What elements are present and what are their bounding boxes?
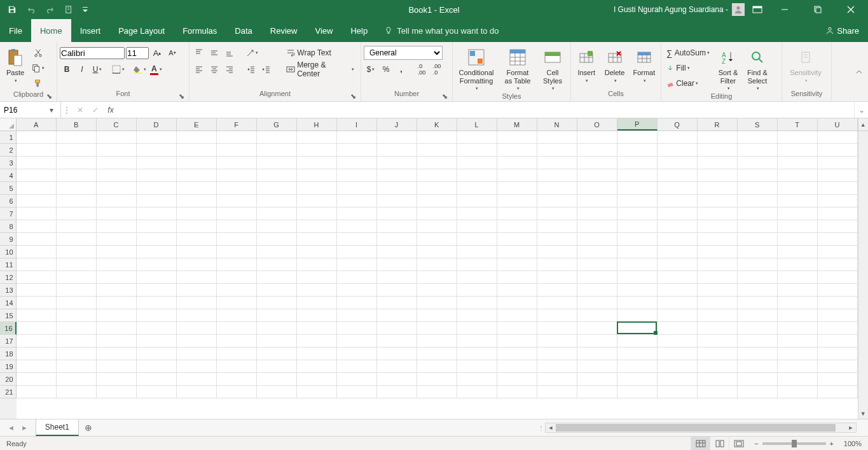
column-header[interactable]: E <box>177 118 217 130</box>
column-header[interactable]: M <box>497 118 537 130</box>
scroll-up-icon[interactable]: ▲ <box>858 118 868 130</box>
zoom-slider[interactable] <box>762 442 826 445</box>
column-header[interactable]: B <box>57 118 97 130</box>
row-header[interactable]: 2 <box>0 144 17 157</box>
scroll-down-icon[interactable]: ▼ <box>858 409 868 419</box>
align-bottom-button[interactable] <box>223 46 237 60</box>
column-header[interactable]: Q <box>658 118 698 130</box>
fill-button[interactable]: Fill▾ <box>664 61 692 75</box>
column-header[interactable]: D <box>137 118 177 130</box>
scroll-left-icon[interactable]: ◄ <box>546 425 556 431</box>
align-left-button[interactable] <box>192 62 206 76</box>
decrease-indent-button[interactable] <box>244 62 258 76</box>
decrease-font-button[interactable]: A▾ <box>165 46 179 60</box>
row-header[interactable]: 17 <box>0 335 17 348</box>
autosum-button[interactable]: ∑ AutoSum▾ <box>664 46 712 60</box>
find-select-button[interactable]: Find & Select▾ <box>744 46 771 92</box>
align-center-button[interactable] <box>207 62 221 76</box>
column-header[interactable]: N <box>537 118 577 130</box>
select-all-corner[interactable] <box>0 118 17 130</box>
row-header[interactable]: 9 <box>0 233 17 246</box>
conditional-formatting-button[interactable]: Conditional Formatting▾ <box>455 46 497 92</box>
row-header[interactable]: 14 <box>0 297 17 309</box>
name-box[interactable] <box>0 106 46 115</box>
row-header[interactable]: 18 <box>0 348 17 360</box>
scroll-right-icon[interactable]: ► <box>846 425 856 431</box>
align-right-button[interactable] <box>223 62 237 76</box>
cut-button[interactable] <box>31 46 45 60</box>
name-box-dropdown-icon[interactable]: ▾ <box>46 106 57 115</box>
tab-page-layout[interactable]: Page Layout <box>109 19 174 42</box>
row-header[interactable]: 5 <box>0 182 17 195</box>
align-middle-button[interactable] <box>207 46 221 60</box>
orientation-button[interactable]: ▾ <box>244 46 259 60</box>
row-header[interactable]: 11 <box>0 258 17 271</box>
view-page-layout-button[interactable] <box>710 437 729 451</box>
sort-filter-button[interactable]: AZ Sort & Filter▾ <box>715 46 741 92</box>
row-header[interactable]: 10 <box>0 246 17 258</box>
column-header[interactable]: S <box>738 118 778 130</box>
fill-color-button[interactable]: ▾ <box>132 62 148 76</box>
row-header[interactable]: 12 <box>0 271 17 284</box>
column-header[interactable]: F <box>217 118 257 130</box>
font-name-combo[interactable] <box>60 47 125 59</box>
column-header[interactable]: H <box>297 118 337 130</box>
row-header[interactable]: 7 <box>0 207 17 220</box>
zoom-level[interactable]: 100% <box>837 440 862 447</box>
row-header[interactable]: 13 <box>0 284 17 297</box>
row-header[interactable]: 19 <box>0 360 17 373</box>
increase-font-button[interactable]: A▴ <box>150 46 164 60</box>
maximize-button[interactable] <box>803 0 832 19</box>
view-normal-button[interactable] <box>691 437 710 451</box>
increase-indent-button[interactable] <box>259 62 273 76</box>
delete-cells-button[interactable]: Delete▾ <box>602 46 627 85</box>
percent-format-button[interactable]: % <box>379 62 393 76</box>
tab-insert[interactable]: Insert <box>71 19 110 42</box>
formula-input[interactable] <box>118 102 854 118</box>
sheet-nav-next-icon[interactable]: ► <box>21 424 28 432</box>
row-header[interactable]: 4 <box>0 169 17 182</box>
row-header[interactable]: 3 <box>0 157 17 169</box>
save-icon[interactable] <box>5 3 19 17</box>
column-header[interactable]: C <box>97 118 137 130</box>
clipboard-launcher-icon[interactable]: ⬊ <box>45 92 53 100</box>
qat-customize-icon[interactable] <box>81 3 89 17</box>
tell-me-search[interactable]: Tell me what you want to do <box>376 19 506 42</box>
touch-mode-icon[interactable] <box>62 3 76 17</box>
row-header[interactable]: 6 <box>0 195 17 207</box>
zoom-out-button[interactable]: − <box>754 440 758 447</box>
redo-icon[interactable] <box>43 3 57 17</box>
row-header[interactable]: 1 <box>0 131 17 144</box>
column-header[interactable]: P <box>617 118 658 130</box>
tab-home[interactable]: Home <box>31 19 71 42</box>
alignment-launcher-icon[interactable]: ⬊ <box>349 92 357 100</box>
new-sheet-button[interactable]: ⊕ <box>79 419 98 436</box>
account-name[interactable]: I Gusti Ngurah Agung Suardiana - <box>614 5 728 14</box>
font-color-button[interactable]: A▾ <box>149 62 163 76</box>
format-cells-button[interactable]: Format▾ <box>630 46 658 85</box>
hscroll-split-icon[interactable]: ⋮ <box>537 425 545 432</box>
tab-file[interactable]: File <box>0 19 31 42</box>
vertical-scrollbar[interactable]: ▼ <box>858 131 868 419</box>
share-button[interactable]: Share <box>816 19 868 42</box>
sheet-tab-sheet1[interactable]: Sheet1 <box>36 419 79 436</box>
tab-data[interactable]: Data <box>226 19 261 42</box>
row-header[interactable]: 8 <box>0 220 17 233</box>
column-header[interactable]: A <box>17 118 57 130</box>
view-page-break-button[interactable] <box>729 437 748 451</box>
number-launcher-icon[interactable]: ⬊ <box>441 92 448 100</box>
row-header[interactable]: 16 <box>0 322 17 335</box>
decrease-decimal-button[interactable]: .00.0 <box>430 62 444 76</box>
column-header[interactable]: T <box>778 118 818 130</box>
zoom-in-button[interactable]: + <box>830 440 834 447</box>
bold-button[interactable]: B <box>60 62 74 76</box>
horizontal-scrollbar[interactable]: ◄ ► <box>545 423 857 433</box>
row-header[interactable]: 21 <box>0 386 17 398</box>
column-header[interactable]: R <box>698 118 738 130</box>
row-header[interactable]: 20 <box>0 373 17 386</box>
undo-icon[interactable] <box>24 3 38 17</box>
italic-button[interactable]: I <box>75 62 89 76</box>
font-size-combo[interactable] <box>126 47 149 59</box>
minimize-button[interactable] <box>770 0 799 19</box>
align-top-button[interactable] <box>192 46 206 60</box>
